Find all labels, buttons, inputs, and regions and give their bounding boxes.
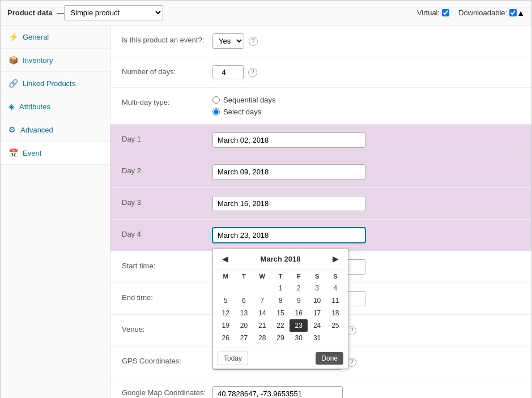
panel-title: Product data <box>7 8 52 17</box>
sidebar-item-general[interactable]: ⚡ General <box>1 25 110 49</box>
sidebar-item-event[interactable]: 📅 Event <box>1 142 110 165</box>
multiday-radio-group: Sequential days Select days <box>212 96 276 116</box>
num-days-row: Number of days: ? <box>110 57 531 88</box>
calendar-day-2[interactable]: 2 <box>290 282 308 294</box>
calendar-day-27[interactable]: 27 <box>235 332 253 344</box>
day2-input[interactable] <box>212 164 365 179</box>
calendar-day-21[interactable]: 21 <box>253 319 271 332</box>
sequential-days-radio[interactable] <box>212 96 220 104</box>
num-days-help-icon[interactable]: ? <box>248 68 257 77</box>
day3-input[interactable] <box>212 196 365 211</box>
select-days-radio[interactable] <box>212 108 220 115</box>
num-days-field: ? <box>212 65 520 79</box>
google-map-label: Google Map Coordinates: <box>122 386 212 397</box>
multiday-field: Sequential days Select days <box>212 96 520 116</box>
calendar-day-5[interactable]: 5 <box>216 294 235 307</box>
num-days-label: Number of days: <box>122 65 212 76</box>
calendar-day-30[interactable]: 30 <box>290 332 308 344</box>
calendar-prev-button[interactable]: ◀ <box>219 253 232 264</box>
weekday-f: F <box>290 273 308 280</box>
calendar-day-29[interactable]: 29 <box>271 332 290 344</box>
calendar-day-22[interactable]: 22 <box>271 319 290 332</box>
calendar-popup: ◀ March 2018 ▶ M T W T F <box>212 248 348 369</box>
calendar-day-18[interactable]: 18 <box>326 307 344 319</box>
is-event-select[interactable]: Yes <box>212 33 244 49</box>
panel-header-right: Virtual: Downloadable: <box>417 8 517 17</box>
day3-label: Day 3 <box>122 196 212 207</box>
day4-field: ◀ March 2018 ▶ M T W T F <box>212 228 520 243</box>
gps-help-icon[interactable]: ? <box>347 358 356 367</box>
day1-label: Day 1 <box>122 132 212 143</box>
calendar-footer: Today Done <box>213 348 348 369</box>
sidebar-item-attributes[interactable]: ◈ Attributes <box>1 95 110 118</box>
day1-input[interactable] <box>212 132 365 148</box>
calendar-day-11[interactable]: 11 <box>326 294 344 307</box>
calendar-weekdays: M T W T F S S <box>216 273 344 280</box>
weekday-s1: S <box>308 273 326 280</box>
calendar-day-12[interactable]: 12 <box>216 307 235 319</box>
day4-label: Day 4 <box>122 228 212 238</box>
select-days-radio-label[interactable]: Select days <box>212 108 276 116</box>
google-map-input[interactable] <box>212 386 343 398</box>
num-days-input[interactable] <box>212 65 244 79</box>
calendar-day-3[interactable]: 3 <box>308 282 326 294</box>
weekday-t2: T <box>271 273 290 280</box>
sequential-days-text: Sequential days <box>223 96 276 104</box>
calendar-today-button[interactable]: Today <box>218 352 248 365</box>
calendar-day-9[interactable]: 9 <box>290 294 308 307</box>
product-type-select[interactable]: Simple productGrouped productExternal/Af… <box>64 5 163 20</box>
sidebar-item-linked-products[interactable]: 🔗 Linked Products <box>1 72 110 95</box>
attributes-icon: ◈ <box>8 102 15 111</box>
weekday-w: W <box>253 273 271 280</box>
is-event-help-icon[interactable]: ? <box>249 37 258 46</box>
calendar-day-empty <box>326 332 344 344</box>
virtual-label: Virtual: <box>417 8 440 17</box>
calendar-day-4[interactable]: 4 <box>326 282 344 294</box>
linked-products-icon: 🔗 <box>8 79 18 88</box>
calendar-day-7[interactable]: 7 <box>253 294 271 307</box>
calendar-day-16[interactable]: 16 <box>290 307 308 319</box>
calendar-day-17[interactable]: 17 <box>308 307 326 319</box>
sidebar-item-inventory[interactable]: 📦 Inventory <box>1 49 110 72</box>
calendar-done-button[interactable]: Done <box>316 352 343 365</box>
sidebar-item-advanced[interactable]: ⚙ Advanced <box>1 118 110 142</box>
calendar-header: ◀ March 2018 ▶ <box>213 249 348 269</box>
calendar-day-20[interactable]: 20 <box>235 319 253 332</box>
is-event-label: Is this product an event?: <box>122 33 212 44</box>
calendar-next-button[interactable]: ▶ <box>329 253 342 264</box>
venue-label: Venue: <box>122 323 212 333</box>
calendar-day-25[interactable]: 25 <box>326 319 344 332</box>
calendar-day-6[interactable]: 6 <box>235 294 253 307</box>
multiday-row: Multi-day type: Sequential days Select d… <box>110 88 531 125</box>
virtual-checkbox[interactable] <box>442 9 449 16</box>
calendar-day-28[interactable]: 28 <box>253 332 271 344</box>
calendar-day-10[interactable]: 10 <box>308 294 326 307</box>
calendar-day-empty <box>235 282 253 294</box>
venue-help-icon[interactable]: ? <box>347 326 356 335</box>
general-icon: ⚡ <box>8 32 18 41</box>
calendar-day-15[interactable]: 15 <box>271 307 290 319</box>
calendar-day-23[interactable]: 23 <box>290 319 308 332</box>
main-content: Is this product an event?: Yes ? Number … <box>110 25 531 398</box>
calendar-day-empty <box>216 282 235 294</box>
sidebar: ⚡ General 📦 Inventory 🔗 Linked Products … <box>1 25 110 398</box>
inventory-icon: 📦 <box>8 55 18 65</box>
calendar-month-label: March 2018 <box>261 255 301 263</box>
calendar-day-1[interactable]: 1 <box>271 282 290 294</box>
downloadable-checkbox[interactable] <box>509 9 517 16</box>
sequential-days-radio-label[interactable]: Sequential days <box>212 96 276 104</box>
calendar-day-31[interactable]: 31 <box>308 332 326 344</box>
collapse-button[interactable]: ▲ <box>517 8 525 18</box>
calendar-day-14[interactable]: 14 <box>253 307 271 319</box>
virtual-checkbox-label[interactable]: Virtual: <box>417 8 449 17</box>
day4-input[interactable] <box>212 228 365 243</box>
calendar-day-26[interactable]: 26 <box>216 332 235 344</box>
is-event-field: Yes ? <box>212 33 520 49</box>
calendar-day-8[interactable]: 8 <box>271 294 290 307</box>
calendar-day-13[interactable]: 13 <box>235 307 253 319</box>
downloadable-checkbox-label[interactable]: Downloadable: <box>458 8 517 17</box>
weekday-m: M <box>216 273 235 280</box>
multiday-label: Multi-day type: <box>122 96 212 106</box>
calendar-day-24[interactable]: 24 <box>308 319 326 332</box>
calendar-day-19[interactable]: 19 <box>216 319 235 332</box>
